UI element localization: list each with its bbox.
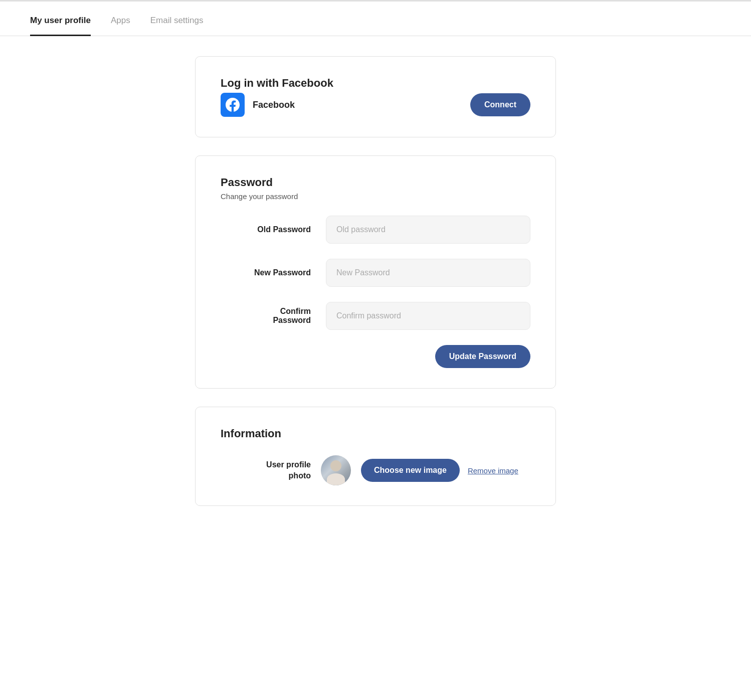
update-password-button[interactable]: Update Password: [435, 345, 530, 368]
confirm-password-row: Confirm Password: [221, 302, 530, 330]
new-password-input[interactable]: [326, 259, 530, 287]
avatar-placeholder: [321, 455, 351, 485]
choose-new-image-button[interactable]: Choose new image: [361, 459, 460, 482]
facebook-label: Facebook: [253, 100, 295, 110]
confirm-password-label: Confirm Password: [221, 307, 311, 325]
old-password-input[interactable]: [326, 216, 530, 244]
facebook-left: Facebook: [221, 93, 295, 117]
facebook-section: Log in with Facebook Facebook Connect: [195, 56, 556, 137]
profile-photo-row: User profile photo Choose new image Remo…: [221, 455, 530, 485]
password-section-title: Password: [221, 176, 530, 189]
confirm-password-input[interactable]: [326, 302, 530, 330]
password-section: Password Change your password Old Passwo…: [195, 155, 556, 389]
update-password-btn-row: Update Password: [221, 345, 530, 368]
facebook-icon: [221, 93, 245, 117]
facebook-section-title: Log in with Facebook: [221, 77, 530, 90]
new-password-label: New Password: [221, 268, 311, 277]
page-content: Log in with Facebook Facebook Connect Pa…: [180, 36, 571, 551]
tab-my-user-profile[interactable]: My user profile: [30, 2, 91, 36]
tab-email-settings[interactable]: Email settings: [150, 2, 204, 36]
information-section: Information User profile photo Choose ne…: [195, 407, 556, 506]
facebook-row: Facebook Connect: [221, 93, 530, 117]
password-section-subtitle: Change your password: [221, 192, 530, 201]
information-section-title: Information: [221, 427, 530, 440]
new-password-row: New Password: [221, 259, 530, 287]
old-password-label: Old Password: [221, 225, 311, 234]
nav-tabs: My user profile Apps Email settings: [0, 2, 751, 36]
tab-apps[interactable]: Apps: [111, 2, 130, 36]
avatar: [321, 455, 351, 485]
old-password-row: Old Password: [221, 216, 530, 244]
remove-image-button[interactable]: Remove image: [468, 466, 518, 475]
profile-photo-label: User profile photo: [221, 459, 311, 482]
image-actions: Choose new image Remove image: [361, 459, 518, 482]
connect-button[interactable]: Connect: [470, 93, 530, 116]
